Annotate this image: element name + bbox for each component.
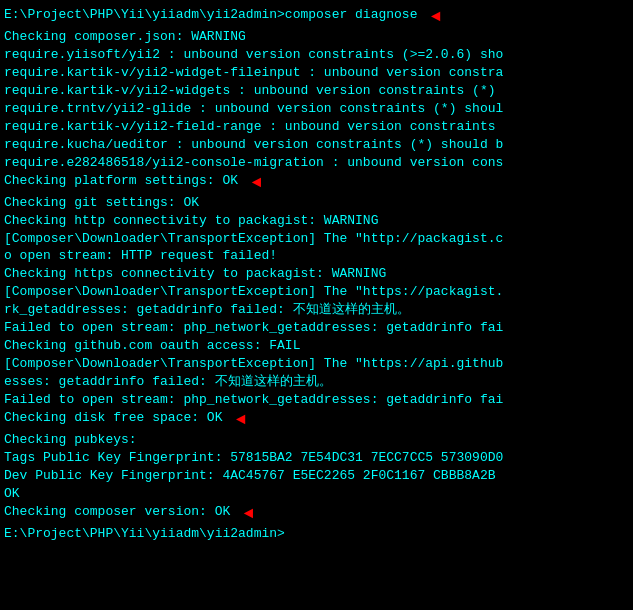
terminal-line: Failed to open stream: php_network_getad… [4,391,629,409]
terminal-line: Failed to open stream: php_network_getad… [4,319,629,337]
terminal-line: Checking platform settings: OK ◄ [4,172,629,194]
terminal-line: require.kartik-v/yii2-widget-fileinput :… [4,64,629,82]
terminal-line: Checking https connectivity to packagist… [4,265,629,283]
terminal-line: Checking github.com oauth access: FAIL [4,337,629,355]
terminal-line: [Composer\Downloader\TransportException]… [4,283,629,301]
terminal-line: [Composer\Downloader\TransportException]… [4,355,629,373]
line-text: require.kucha/ueditor : unbound version … [4,136,503,154]
line-text: Checking composer version: OK [4,503,230,521]
terminal-line: Checking composer version: OK ◄ [4,503,629,525]
line-text: require.kartik-v/yii2-widgets : unbound … [4,82,495,100]
terminal-line: Checking git settings: OK [4,194,629,212]
arrow-icon: ◄ [421,6,440,28]
line-text: require.kartik-v/yii2-field-range : unbo… [4,118,495,136]
line-text: require.yiisoft/yii2 : unbound version c… [4,46,503,64]
terminal-line: Dev Public Key Fingerprint: 4AC45767 E5E… [4,467,629,485]
line-text: [Composer\Downloader\TransportException]… [4,283,503,301]
line-text: Checking http connectivity to packagist:… [4,212,378,230]
terminal-line: require.kartik-v/yii2-field-range : unbo… [4,118,629,136]
line-text: [Composer\Downloader\TransportException]… [4,230,503,248]
terminal-line: require.e282486518/yii2-console-migratio… [4,154,629,172]
line-text: [Composer\Downloader\TransportException]… [4,355,503,373]
line-text: Tags Public Key Fingerprint: 57815BA2 7E… [4,449,503,467]
terminal-line: OK [4,485,629,503]
line-text: Checking disk free space: OK [4,409,222,427]
terminal-line: E:\Project\PHP\Yii\yiiadm\yii2admin> [4,525,629,543]
terminal-line: require.trntv/yii2-glide : unbound versi… [4,100,629,118]
terminal-line: rk_getaddresses: getaddrinfo failed: 不知道… [4,301,629,319]
line-text: Failed to open stream: php_network_getad… [4,391,503,409]
line-text: Checking composer.json: WARNING [4,28,246,46]
line-text: E:\Project\PHP\Yii\yiiadm\yii2admin> [4,525,285,543]
line-text: Checking pubkeys: [4,431,137,449]
terminal-window: E:\Project\PHP\Yii\yiiadm\yii2admin>comp… [0,0,633,610]
terminal-line: Checking disk free space: OK ◄ [4,409,629,431]
arrow-icon: ◄ [234,503,253,525]
line-text: E:\Project\PHP\Yii\yiiadm\yii2admin>comp… [4,6,417,24]
line-text: Checking github.com oauth access: FAIL [4,337,300,355]
terminal-line: require.yiisoft/yii2 : unbound version c… [4,46,629,64]
line-text: OK [4,485,20,503]
arrow-icon: ◄ [226,409,245,431]
line-text: Checking platform settings: OK [4,172,238,190]
line-text: require.trntv/yii2-glide : unbound versi… [4,100,503,118]
terminal-line: [Composer\Downloader\TransportException]… [4,230,629,248]
line-text: require.e282486518/yii2-console-migratio… [4,154,503,172]
terminal-line: require.kucha/ueditor : unbound version … [4,136,629,154]
line-text: Checking https connectivity to packagist… [4,265,386,283]
terminal-line: Checking http connectivity to packagist:… [4,212,629,230]
terminal-line: require.kartik-v/yii2-widgets : unbound … [4,82,629,100]
terminal-line: o open stream: HTTP request failed! [4,247,629,265]
terminal-line: Checking composer.json: WARNING [4,28,629,46]
terminal-line: E:\Project\PHP\Yii\yiiadm\yii2admin>comp… [4,6,629,28]
line-text: esses: getaddrinfo failed: 不知道这样的主机。 [4,373,332,391]
arrow-icon: ◄ [242,172,261,194]
line-text: o open stream: HTTP request failed! [4,247,277,265]
terminal-line: esses: getaddrinfo failed: 不知道这样的主机。 [4,373,629,391]
line-text: Failed to open stream: php_network_getad… [4,319,503,337]
terminal-line: Tags Public Key Fingerprint: 57815BA2 7E… [4,449,629,467]
line-text: Checking git settings: OK [4,194,199,212]
line-text: Dev Public Key Fingerprint: 4AC45767 E5E… [4,467,495,485]
terminal-line: Checking pubkeys: [4,431,629,449]
line-text: rk_getaddresses: getaddrinfo failed: 不知道… [4,301,410,319]
line-text: require.kartik-v/yii2-widget-fileinput :… [4,64,503,82]
